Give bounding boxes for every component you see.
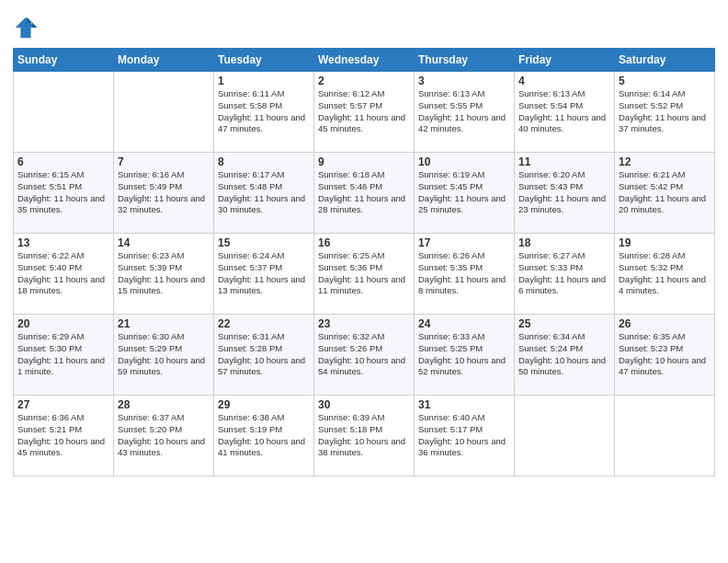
week-row-5: 27Sunrise: 6:36 AM Sunset: 5:21 PM Dayli… — [14, 396, 715, 477]
cell-content: Sunrise: 6:29 AM Sunset: 5:30 PM Dayligh… — [17, 331, 109, 378]
calendar-cell — [615, 396, 715, 477]
cell-content: Sunrise: 6:26 AM Sunset: 5:35 PM Dayligh… — [418, 250, 510, 297]
calendar-cell: 1Sunrise: 6:11 AM Sunset: 5:58 PM Daylig… — [214, 72, 314, 153]
col-header-saturday: Saturday — [615, 49, 715, 72]
calendar-cell: 5Sunrise: 6:14 AM Sunset: 5:52 PM Daylig… — [615, 72, 715, 153]
day-number: 14 — [118, 236, 210, 249]
day-number: 6 — [17, 155, 109, 168]
calendar-cell: 2Sunrise: 6:12 AM Sunset: 5:57 PM Daylig… — [314, 72, 415, 153]
col-header-friday: Friday — [515, 49, 615, 72]
calendar-cell: 11Sunrise: 6:20 AM Sunset: 5:43 PM Dayli… — [515, 153, 615, 234]
calendar-cell: 9Sunrise: 6:18 AM Sunset: 5:46 PM Daylig… — [314, 153, 415, 234]
calendar-cell: 28Sunrise: 6:37 AM Sunset: 5:20 PM Dayli… — [114, 396, 214, 477]
week-row-1: 1Sunrise: 6:11 AM Sunset: 5:58 PM Daylig… — [14, 72, 715, 153]
day-number: 11 — [518, 155, 610, 168]
cell-content: Sunrise: 6:20 AM Sunset: 5:43 PM Dayligh… — [518, 169, 610, 216]
logo-icon — [13, 15, 39, 40]
calendar-cell: 7Sunrise: 6:16 AM Sunset: 5:49 PM Daylig… — [114, 153, 214, 234]
day-number: 19 — [619, 236, 711, 249]
cell-content: Sunrise: 6:18 AM Sunset: 5:46 PM Dayligh… — [318, 169, 410, 216]
day-number: 18 — [518, 236, 610, 249]
calendar-cell: 12Sunrise: 6:21 AM Sunset: 5:42 PM Dayli… — [615, 153, 715, 234]
day-number: 27 — [17, 398, 109, 411]
day-number: 24 — [418, 317, 510, 330]
calendar-cell: 20Sunrise: 6:29 AM Sunset: 5:30 PM Dayli… — [14, 315, 114, 396]
calendar-cell — [14, 72, 114, 153]
cell-content: Sunrise: 6:40 AM Sunset: 5:17 PM Dayligh… — [418, 412, 510, 459]
day-number: 31 — [418, 398, 510, 411]
cell-content: Sunrise: 6:12 AM Sunset: 5:57 PM Dayligh… — [318, 88, 410, 135]
week-row-3: 13Sunrise: 6:22 AM Sunset: 5:40 PM Dayli… — [14, 234, 715, 315]
calendar-cell: 21Sunrise: 6:30 AM Sunset: 5:29 PM Dayli… — [114, 315, 214, 396]
logo — [13, 15, 42, 40]
cell-content: Sunrise: 6:11 AM Sunset: 5:58 PM Dayligh… — [218, 88, 310, 135]
cell-content: Sunrise: 6:32 AM Sunset: 5:26 PM Dayligh… — [318, 331, 410, 378]
day-number: 26 — [619, 317, 711, 330]
calendar-cell: 22Sunrise: 6:31 AM Sunset: 5:28 PM Dayli… — [214, 315, 314, 396]
cell-content: Sunrise: 6:33 AM Sunset: 5:25 PM Dayligh… — [418, 331, 510, 378]
col-header-wednesday: Wednesday — [314, 49, 415, 72]
calendar-cell: 8Sunrise: 6:17 AM Sunset: 5:48 PM Daylig… — [214, 153, 314, 234]
day-number: 12 — [619, 155, 711, 168]
cell-content: Sunrise: 6:28 AM Sunset: 5:32 PM Dayligh… — [619, 250, 711, 297]
day-number: 1 — [218, 75, 310, 87]
day-number: 28 — [118, 398, 210, 411]
cell-content: Sunrise: 6:22 AM Sunset: 5:40 PM Dayligh… — [17, 250, 109, 297]
day-number: 9 — [318, 155, 410, 168]
col-header-monday: Monday — [114, 49, 214, 72]
cell-content: Sunrise: 6:30 AM Sunset: 5:29 PM Dayligh… — [118, 331, 210, 378]
day-number: 16 — [318, 236, 410, 249]
cell-content: Sunrise: 6:14 AM Sunset: 5:52 PM Dayligh… — [619, 88, 711, 135]
day-number: 13 — [17, 236, 109, 249]
day-number: 7 — [118, 155, 210, 168]
cell-content: Sunrise: 6:38 AM Sunset: 5:19 PM Dayligh… — [218, 412, 310, 459]
header — [13, 9, 715, 40]
day-number: 25 — [518, 317, 610, 330]
day-number: 17 — [418, 236, 510, 249]
day-number: 15 — [218, 236, 310, 249]
cell-content: Sunrise: 6:13 AM Sunset: 5:55 PM Dayligh… — [418, 88, 510, 135]
cell-content: Sunrise: 6:37 AM Sunset: 5:20 PM Dayligh… — [118, 412, 210, 459]
calendar-cell: 6Sunrise: 6:15 AM Sunset: 5:51 PM Daylig… — [14, 153, 114, 234]
page: SundayMondayTuesdayWednesdayThursdayFrid… — [0, 0, 728, 563]
calendar-cell: 31Sunrise: 6:40 AM Sunset: 5:17 PM Dayli… — [415, 396, 515, 477]
cell-content: Sunrise: 6:23 AM Sunset: 5:39 PM Dayligh… — [118, 250, 210, 297]
calendar-table: SundayMondayTuesdayWednesdayThursdayFrid… — [13, 48, 715, 477]
day-number: 5 — [619, 75, 711, 87]
calendar-cell — [515, 396, 615, 477]
day-number: 22 — [218, 317, 310, 330]
col-header-tuesday: Tuesday — [214, 49, 314, 72]
cell-content: Sunrise: 6:21 AM Sunset: 5:42 PM Dayligh… — [619, 169, 711, 216]
col-header-sunday: Sunday — [14, 49, 114, 72]
day-number: 3 — [418, 75, 510, 87]
calendar-cell: 18Sunrise: 6:27 AM Sunset: 5:33 PM Dayli… — [515, 234, 615, 315]
calendar-cell: 10Sunrise: 6:19 AM Sunset: 5:45 PM Dayli… — [415, 153, 515, 234]
calendar-cell: 19Sunrise: 6:28 AM Sunset: 5:32 PM Dayli… — [615, 234, 715, 315]
calendar-cell: 29Sunrise: 6:38 AM Sunset: 5:19 PM Dayli… — [214, 396, 314, 477]
cell-content: Sunrise: 6:39 AM Sunset: 5:18 PM Dayligh… — [318, 412, 410, 459]
cell-content: Sunrise: 6:24 AM Sunset: 5:37 PM Dayligh… — [218, 250, 310, 297]
cell-content: Sunrise: 6:15 AM Sunset: 5:51 PM Dayligh… — [17, 169, 109, 216]
day-number: 4 — [518, 75, 610, 87]
cell-content: Sunrise: 6:16 AM Sunset: 5:49 PM Dayligh… — [118, 169, 210, 216]
day-number: 8 — [218, 155, 310, 168]
calendar-cell: 23Sunrise: 6:32 AM Sunset: 5:26 PM Dayli… — [314, 315, 415, 396]
day-number: 21 — [118, 317, 210, 330]
calendar-cell: 13Sunrise: 6:22 AM Sunset: 5:40 PM Dayli… — [14, 234, 114, 315]
cell-content: Sunrise: 6:13 AM Sunset: 5:54 PM Dayligh… — [518, 88, 610, 135]
day-number: 2 — [318, 75, 410, 87]
calendar-cell: 25Sunrise: 6:34 AM Sunset: 5:24 PM Dayli… — [515, 315, 615, 396]
calendar-cell: 30Sunrise: 6:39 AM Sunset: 5:18 PM Dayli… — [314, 396, 415, 477]
calendar-cell: 15Sunrise: 6:24 AM Sunset: 5:37 PM Dayli… — [214, 234, 314, 315]
cell-content: Sunrise: 6:35 AM Sunset: 5:23 PM Dayligh… — [619, 331, 711, 378]
day-number: 20 — [17, 317, 109, 330]
calendar-cell: 26Sunrise: 6:35 AM Sunset: 5:23 PM Dayli… — [615, 315, 715, 396]
cell-content: Sunrise: 6:19 AM Sunset: 5:45 PM Dayligh… — [418, 169, 510, 216]
calendar-cell: 3Sunrise: 6:13 AM Sunset: 5:55 PM Daylig… — [415, 72, 515, 153]
header-row: SundayMondayTuesdayWednesdayThursdayFrid… — [14, 49, 715, 72]
calendar-cell: 16Sunrise: 6:25 AM Sunset: 5:36 PM Dayli… — [314, 234, 415, 315]
calendar-cell: 14Sunrise: 6:23 AM Sunset: 5:39 PM Dayli… — [114, 234, 214, 315]
day-number: 10 — [418, 155, 510, 168]
calendar-cell: 27Sunrise: 6:36 AM Sunset: 5:21 PM Dayli… — [14, 396, 114, 477]
day-number: 23 — [318, 317, 410, 330]
